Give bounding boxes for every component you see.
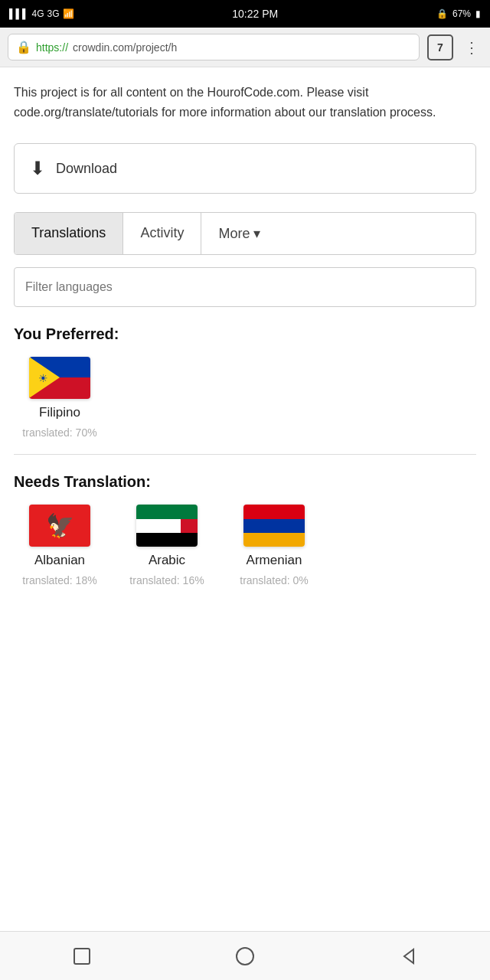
status-time: 10:22 PM — [232, 8, 278, 20]
lang-name-arabic: Arabic — [149, 553, 185, 568]
url-https: https:// — [36, 41, 68, 54]
status-right: 🔒 67% ▮ — [436, 8, 481, 19]
page-content: This project is for all content on the H… — [0, 67, 490, 617]
flag-arabic — [136, 505, 198, 547]
flag-arabic-black — [136, 533, 198, 547]
flag-armenian-red — [243, 505, 305, 518]
lock-icon: 🔒 — [436, 8, 448, 19]
nav-circle-button[interactable] — [233, 944, 257, 969]
language-item-albanian[interactable]: 🦅 Albanian translated: 18% — [14, 505, 106, 586]
url-domain: crowdin.com/project/h — [73, 41, 177, 54]
tab-count[interactable]: 7 — [427, 34, 453, 60]
nav-home-button[interactable] — [70, 944, 94, 969]
flag-armenian — [243, 505, 305, 547]
lang-translated-armenian: translated: 0% — [240, 574, 309, 586]
preferred-heading: You Preferred: — [14, 325, 476, 343]
svg-marker-2 — [404, 949, 413, 963]
svg-rect-0 — [74, 949, 90, 964]
project-description: This project is for all content on the H… — [14, 83, 476, 122]
flag-arabic-green — [136, 505, 198, 518]
needs-translation-grid: 🦅 Albanian translated: 18% Arabic transl… — [14, 505, 476, 586]
address-bar: 🔒 https:// crowdin.com/project/h 7 ⋮ — [0, 28, 490, 67]
needs-translation-heading: Needs Translation: — [14, 473, 476, 491]
svg-point-1 — [237, 948, 253, 965]
lang-name-armenian: Armenian — [247, 553, 302, 568]
download-label: Download — [56, 161, 117, 177]
nav-back-button[interactable] — [396, 944, 420, 969]
bottom-nav — [0, 931, 490, 980]
language-item-arabic[interactable]: Arabic translated: 16% — [121, 505, 213, 586]
flag-armenian-orange — [243, 533, 305, 547]
tab-more[interactable]: More ▾ — [201, 213, 277, 254]
status-left: ▌▌▌ 4G 3G 📶 — [9, 8, 74, 19]
url-input[interactable]: 🔒 https:// crowdin.com/project/h — [8, 34, 420, 60]
lang-translated-arabic: translated: 16% — [129, 574, 204, 586]
lang-name-filipino: Filipino — [39, 405, 80, 420]
flag-albanian: 🦅 — [29, 505, 90, 547]
flag-filipino — [29, 357, 90, 399]
tabs-container: Translations Activity More ▾ — [14, 212, 476, 255]
battery-icon: ▮ — [475, 8, 481, 19]
tab-activity[interactable]: Activity — [123, 213, 201, 254]
preferred-section: You Preferred: Filipino translated: 70% — [14, 325, 476, 439]
carrier-3g: 3G — [47, 8, 60, 19]
flag-arabic-red — [181, 519, 198, 533]
download-icon: ⬇ — [30, 158, 45, 179]
lang-name-albanian: Albanian — [34, 553, 85, 568]
needs-translation-section: Needs Translation: 🦅 Albanian translated… — [14, 473, 476, 586]
carrier-4g: 4G — [32, 8, 44, 19]
lang-translated-filipino: translated: 70% — [22, 426, 96, 439]
battery-percentage: 67% — [452, 8, 471, 19]
lang-translated-albanian: translated: 18% — [22, 574, 96, 586]
status-bar: ▌▌▌ 4G 3G 📶 10:22 PM 🔒 67% ▮ — [0, 0, 490, 28]
tab-translations[interactable]: Translations — [15, 213, 123, 254]
language-item-filipino[interactable]: Filipino translated: 70% — [14, 357, 106, 439]
language-item-armenian[interactable]: Armenian translated: 0% — [228, 505, 320, 586]
eagle-icon: 🦅 — [46, 512, 74, 539]
signal-icon: ▌▌▌ — [9, 8, 29, 19]
flag-armenian-blue — [243, 519, 305, 533]
flag-arabic-white — [136, 519, 198, 533]
section-divider — [14, 454, 476, 455]
wifi-icon: 📶 — [63, 8, 74, 19]
preferred-languages-grid: Filipino translated: 70% — [14, 357, 476, 439]
filter-languages-input[interactable] — [14, 267, 476, 307]
download-button[interactable]: ⬇ Download — [14, 143, 476, 194]
overflow-menu-button[interactable]: ⋮ — [461, 35, 482, 60]
ssl-lock-icon: 🔒 — [16, 40, 31, 54]
